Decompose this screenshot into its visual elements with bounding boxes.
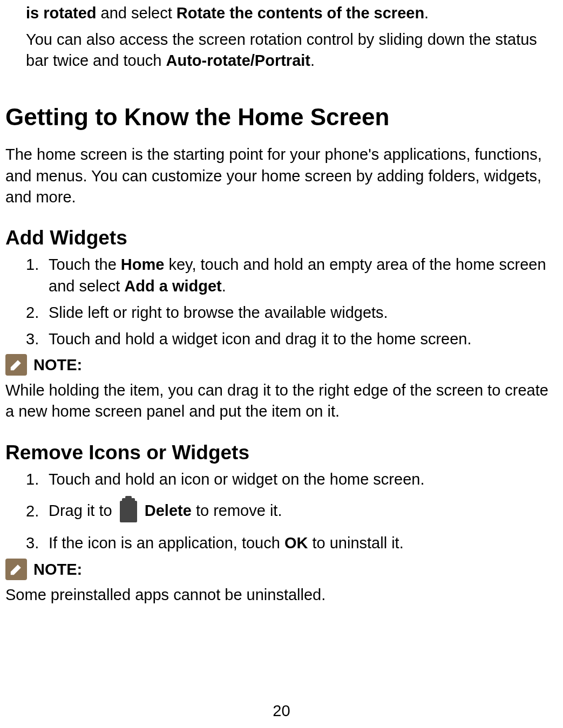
step-number: 1. <box>26 468 49 491</box>
text-end: . <box>222 277 226 295</box>
text-pre: Touch the <box>49 256 121 273</box>
step-number: 1. <box>26 254 49 297</box>
pencil-icon <box>5 559 27 580</box>
add-widgets-step-2: 2. Slide left or right to browse the ava… <box>26 302 558 324</box>
note-label: NOTE: <box>33 561 82 579</box>
text-mid: and select <box>97 4 177 22</box>
note-row-add-widgets: NOTE: <box>5 354 558 376</box>
step-text: Touch and hold a widget icon and drag it… <box>49 328 558 350</box>
home-key-bold: Home <box>121 256 165 273</box>
text-end2: . <box>310 52 315 69</box>
pencil-icon <box>5 354 27 376</box>
home-screen-heading: Getting to Know the Home Screen <box>5 104 558 131</box>
note-row-remove-icons: NOTE: <box>5 559 558 580</box>
step-text: Drag it to Delete to remove it. <box>49 500 558 522</box>
trash-icon <box>120 501 137 522</box>
home-screen-intro: The home screen is the starting point fo… <box>5 144 558 207</box>
step-text: Slide left or right to browse the availa… <box>49 302 558 324</box>
remove-icons-step-1: 1. Touch and hold an icon or widget on t… <box>26 468 558 491</box>
remove-icons-step-3: 3. If the icon is an application, touch … <box>26 532 558 554</box>
add-widgets-step-3: 3. Touch and hold a widget icon and drag… <box>26 328 558 350</box>
text-end: to uninstall it. <box>308 534 403 552</box>
rotation-continuation-para: is rotated and select Rotate the content… <box>26 3 558 24</box>
add-widgets-heading: Add Widgets <box>5 227 558 249</box>
rotate-contents-bold: Rotate the contents of the screen <box>177 4 424 22</box>
step-number: 3. <box>26 328 49 350</box>
text-pre: Drag it to <box>49 502 117 519</box>
status-bar-rotation-para: You can also access the screen rotation … <box>26 29 558 71</box>
step-text: Touch and hold an icon or widget on the … <box>49 468 558 491</box>
is-rotated-bold: is rotated <box>26 4 97 22</box>
page-number: 20 <box>0 702 563 720</box>
remove-icons-heading: Remove Icons or Widgets <box>5 441 558 464</box>
add-widgets-step-1: 1. Touch the Home key, touch and hold an… <box>26 254 558 297</box>
step-number: 2. <box>26 500 49 522</box>
auto-rotate-bold: Auto-rotate/Portrait <box>166 52 310 69</box>
step-number: 2. <box>26 302 49 324</box>
step-number: 3. <box>26 532 49 554</box>
step-text: If the icon is an application, touch OK … <box>49 532 558 554</box>
ok-bold: OK <box>284 534 308 552</box>
add-widgets-note-text: While holding the item, you can drag it … <box>5 380 558 422</box>
add-a-widget-bold: Add a widget <box>124 277 221 295</box>
delete-bold: Delete <box>145 502 192 519</box>
text-end: to remove it. <box>192 502 282 519</box>
remove-icons-step-2: 2. Drag it to Delete to remove it. <box>26 500 558 522</box>
text-end: . <box>424 4 429 22</box>
remove-icons-note-text: Some preinstalled apps cannot be uninsta… <box>5 584 558 605</box>
note-label: NOTE: <box>33 356 82 374</box>
step-text: Touch the Home key, touch and hold an em… <box>49 254 558 297</box>
text-pre: If the icon is an application, touch <box>49 534 284 552</box>
